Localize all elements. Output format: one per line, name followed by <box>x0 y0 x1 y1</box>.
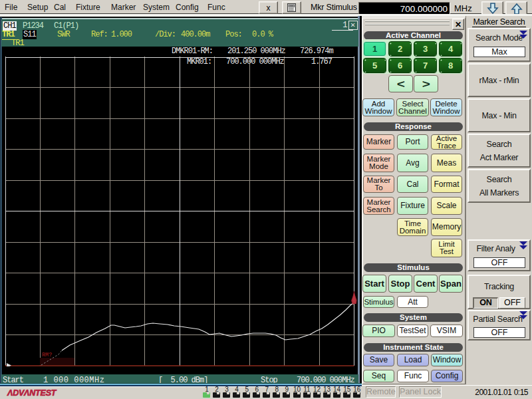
svg-text:RM?: RM? <box>42 352 52 358</box>
